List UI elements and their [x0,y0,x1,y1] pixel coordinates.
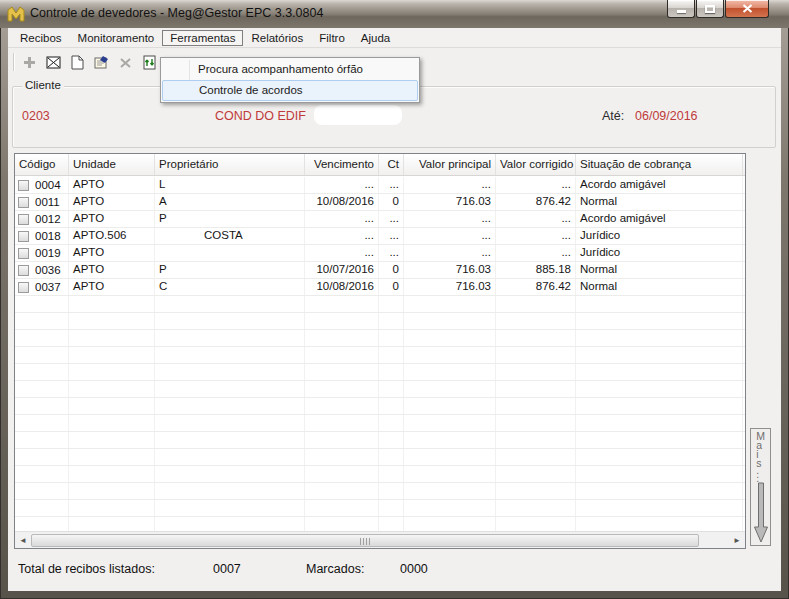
table-row-0011[interactable]: 0011APTOA10/08/20160716.03876.42Normal [15,194,745,211]
cliente-code: 0203 [22,109,50,123]
refresh-document-icon[interactable] [141,54,157,70]
menu-item-filtro[interactable]: Filtro [311,30,353,46]
table-row-0012[interactable]: 0012APTOP............Acordo amigável [15,211,745,228]
scroll-left-arrow-icon[interactable]: ◄ [15,533,31,548]
cell-ct: ... [379,211,404,227]
delete-x-icon[interactable] [117,54,133,70]
cell-unidade [69,466,155,482]
maximize-button[interactable] [696,0,724,18]
column-header-valor-corrigido[interactable]: Valor corrigido [496,154,576,175]
mais-button[interactable]: Mais... [750,428,771,546]
cell-valor-corrigido: ... [496,245,576,261]
cell-vencimento: ... [305,211,379,227]
cell-valor-principal [404,466,496,482]
cell-vencimento [305,500,379,516]
column-header-ct[interactable]: Ct [379,154,404,175]
scroll-right-arrow-icon[interactable]: ► [729,533,745,548]
cell-situacao-de-cobranca [576,415,743,431]
cell-vencimento: ... [305,245,379,261]
cell-valor-corrigido [496,517,576,531]
scrollbar-thumb[interactable] [31,534,699,547]
total-label: Total de recibos listados: [18,562,155,576]
cell-situacao-de-cobranca: Normal [576,262,743,278]
row-checkbox[interactable] [18,248,29,259]
grid-header: CódigoUnidadeProprietárioVencimentoCtVal… [15,154,745,176]
cell-ct [379,296,404,312]
cell-unidade: APTO [69,194,155,210]
row-checkbox[interactable] [18,180,29,191]
table-row-empty [15,500,745,517]
cell-situacao-de-cobranca [576,381,743,397]
cell-proprietario [155,381,305,397]
row-checkbox[interactable] [18,282,29,293]
cell-codigo [15,449,69,465]
cell-situacao-de-cobranca [576,296,743,312]
cell-situacao-de-cobranca [576,313,743,329]
cell-unidade [69,398,155,414]
cell-ct [379,398,404,414]
total-value: 0007 [213,562,241,576]
title-bar[interactable]: Controle de devedores - Meg@Gestor EPC 3… [0,0,789,28]
table-row-0019[interactable]: 0019APTO............Jurídico [15,245,745,262]
envelope-x-icon[interactable] [45,54,61,70]
table-row-empty [15,364,745,381]
new-document-icon[interactable] [69,54,85,70]
cell-codigo [15,296,69,312]
menu-item-ferramentas[interactable]: Ferramentas [162,30,243,46]
row-checkbox[interactable] [18,265,29,276]
cell-valor-corrigido [496,415,576,431]
cell-vencimento [305,415,379,431]
maximize-icon [705,5,715,13]
column-header-codigo[interactable]: Código [15,154,69,175]
column-header-vencimento[interactable]: Vencimento [305,154,379,175]
dropdown-item-procura-acompanhamento-orfao[interactable]: Procura acompanhamento órfão [162,59,418,80]
cell-proprietario: COSTA [155,228,305,244]
column-header-situacao-de-cobranca[interactable]: Situação de cobrança [576,154,743,175]
cell-situacao-de-cobranca [576,347,743,363]
cell-ct: 0 [379,262,404,278]
table-row-0018[interactable]: 0018APTO.506COSTA............Jurídico [15,228,745,245]
cell-valor-corrigido [496,313,576,329]
table-row-empty [15,347,745,364]
table-row-0037[interactable]: 0037APTOC10/08/20160716.03876.42Normal [15,279,745,296]
cell-situacao-de-cobranca: Normal [576,194,743,210]
row-checkbox[interactable] [18,197,29,208]
column-header-unidade[interactable]: Unidade [69,154,155,175]
menu-item-recibos[interactable]: Recibos [12,30,70,46]
table-row-0004[interactable]: 0004APTOL............Acordo amigável [15,177,745,194]
cell-vencimento [305,313,379,329]
menu-item-ajuda[interactable]: Ajuda [353,30,398,46]
cell-codigo [15,330,69,346]
cell-unidade: APTO [69,245,155,261]
add-icon[interactable] [21,54,37,70]
column-header-proprietario[interactable]: Proprietário [155,154,305,175]
cell-codigo: 0011 [15,194,69,210]
horizontal-scrollbar[interactable]: ◄ ► [15,531,745,548]
cell-valor-principal: ... [404,245,496,261]
menu-item-relatorios[interactable]: Relatórios [243,30,311,46]
properties-icon[interactable] [93,54,109,70]
cell-ct [379,381,404,397]
cell-proprietario: A [155,194,305,210]
table-row-empty [15,296,745,313]
row-checkbox[interactable] [18,231,29,242]
minimize-icon [677,10,686,13]
cell-valor-principal: 716.03 [404,279,496,295]
cell-unidade: APTO.506 [69,228,155,244]
cell-vencimento [305,381,379,397]
column-header-valor-principal[interactable]: Valor principal [404,154,496,175]
cell-valor-principal: 716.03 [404,194,496,210]
cell-vencimento [305,364,379,380]
cell-valor-principal [404,449,496,465]
table-row-empty [15,517,745,531]
menu-item-monitoramento[interactable]: Monitoramento [70,30,163,46]
cell-valor-corrigido: ... [496,177,576,193]
marcados-label: Marcados: [306,562,364,576]
row-checkbox[interactable] [18,214,29,225]
close-button[interactable] [725,0,769,18]
cell-valor-corrigido [496,449,576,465]
cell-situacao-de-cobranca [576,449,743,465]
dropdown-item-controle-de-acordos[interactable]: Controle de acordos [162,80,418,101]
table-row-0036[interactable]: 0036APTOP10/07/20160716.03885.18Normal [15,262,745,279]
minimize-button[interactable] [667,0,695,18]
